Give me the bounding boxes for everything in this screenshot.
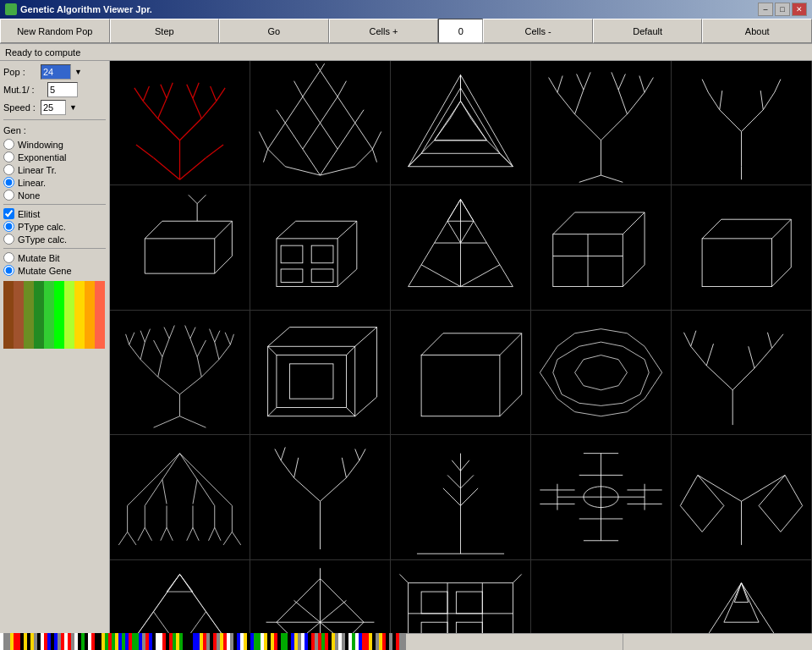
fractal-svg-5-1 [110, 560, 250, 634]
mutate-bit-radio[interactable] [3, 252, 14, 263]
titlebar-left: Genetic Algorithm Viewer Jpr. [5, 3, 152, 15]
linear-tr-radio[interactable] [3, 164, 14, 175]
grid-cell-2-4[interactable] [531, 185, 672, 309]
minimize-button[interactable]: – [758, 3, 773, 16]
window-title: Genetic Algorithm Viewer Jpr. [20, 4, 152, 14]
right-panel [623, 633, 813, 650]
grid-cell-2-3[interactable] [391, 185, 531, 309]
linear-radio[interactable] [3, 177, 14, 188]
divider-2 [3, 204, 106, 205]
mutate-bit-row: Mutate Bit [3, 252, 106, 263]
mut-label: Mut.1/ : [3, 85, 44, 95]
pop-dropdown-icon[interactable]: ▼ [74, 68, 82, 76]
svg-rect-106 [250, 186, 390, 308]
fractal-svg-1-3 [391, 61, 530, 185]
windowing-label: Windowing [18, 140, 63, 150]
grid-cell-3-4[interactable] [531, 311, 672, 434]
fractal-svg-4-4 [531, 435, 671, 559]
stats-panel: Best : 0 Avg : 0 [406, 633, 623, 650]
ptype-radio[interactable] [3, 221, 14, 232]
grid-cell-4-2[interactable] [250, 435, 391, 559]
svg-rect-317 [110, 561, 250, 634]
pop-row: Pop : ▼ [3, 64, 106, 80]
grid-cell-2-2[interactable] [250, 185, 391, 309]
ptype-label: PType calc. [18, 222, 66, 232]
svg-rect-189 [391, 311, 530, 433]
gtype-label: GType calc. [18, 234, 67, 245]
grid-row-2 [110, 185, 812, 310]
grid-cell-3-2[interactable] [250, 311, 391, 434]
grid-cell-5-3[interactable] [391, 560, 531, 634]
pop-input[interactable] [41, 64, 71, 80]
default-button[interactable]: Default [593, 19, 703, 43]
gtype-radio[interactable] [3, 234, 14, 245]
grid-cell-5-2[interactable] [250, 560, 391, 634]
grid-cell-2-5[interactable] [672, 185, 812, 309]
elitist-checkbox[interactable] [3, 208, 14, 219]
step-button[interactable]: Step [110, 19, 220, 43]
grid-cell-5-5[interactable] [672, 560, 812, 634]
svg-rect-229 [672, 311, 811, 433]
grid-cell-3-5[interactable] [672, 311, 812, 434]
grid-cell-4-1[interactable] [110, 435, 250, 559]
window-controls[interactable]: – □ ✕ [758, 3, 807, 16]
fractal-svg-2-3 [391, 185, 530, 309]
grid-cell-3-3[interactable] [391, 311, 531, 434]
fractal-svg-1-5 [672, 61, 811, 185]
none-label: None [18, 190, 40, 201]
grid-cell-1-3[interactable] [391, 61, 531, 185]
speed-dropdown-icon[interactable]: ▼ [69, 103, 77, 112]
grid-cell-3-1[interactable] [110, 311, 250, 434]
status-bar: Ready to compute [0, 44, 812, 61]
elitist-row: Elitist [3, 208, 106, 219]
grid-cell-5-4[interactable] [531, 560, 672, 634]
grid-cell-1-1[interactable] [110, 61, 250, 185]
close-button[interactable]: ✕ [792, 3, 807, 16]
pop-label: Pop : [3, 67, 37, 77]
mutate-gene-label: Mutate Gene [18, 266, 72, 276]
divider-3 [3, 248, 106, 249]
grid-cell-1-4[interactable] [531, 61, 672, 185]
mutate-gene-radio[interactable] [3, 265, 14, 276]
fractal-svg-4-1 [110, 435, 250, 559]
grid-row-5 [110, 560, 812, 634]
grid-row-4 [110, 435, 812, 559]
speed-input[interactable] [41, 100, 66, 115]
elitist-label: Elitist [18, 209, 40, 219]
mut-input[interactable] [47, 82, 78, 97]
none-radio[interactable] [3, 190, 14, 201]
exponential-radio[interactable] [3, 151, 14, 162]
maximize-button[interactable]: □ [775, 3, 790, 16]
linear-label: Linear. [18, 178, 46, 188]
color-strip-canvas [0, 633, 406, 650]
toolbar: New Random Pop Step Go Cells + 0 Cells -… [0, 19, 812, 44]
about-button[interactable]: About [702, 19, 812, 43]
fractal-svg-2-4 [531, 185, 671, 309]
svg-rect-366 [672, 561, 811, 634]
svg-rect-176 [250, 311, 390, 433]
new-random-pop-button[interactable]: New Random Pop [0, 19, 110, 43]
windowing-radio[interactable] [3, 139, 14, 150]
fractal-svg-1-2 [250, 61, 390, 185]
mut-row: Mut.1/ : [3, 82, 106, 97]
cells-minus-button[interactable]: Cells - [483, 19, 593, 43]
grid-cell-4-3[interactable] [391, 435, 531, 559]
grid-cell-5-1[interactable] [110, 560, 250, 634]
cells-plus-button[interactable]: Cells + [329, 19, 439, 43]
go-button[interactable]: Go [219, 19, 329, 43]
fractal-svg-4-5 [672, 435, 811, 559]
sidebar: Pop : ▼ Mut.1/ : Speed : ▼ Gen : [0, 61, 110, 633]
fractal-svg-5-4 [531, 560, 671, 634]
grid-cell-4-4[interactable] [531, 435, 672, 559]
app-icon [5, 3, 17, 15]
grid-cell-2-1[interactable] [110, 185, 250, 309]
fractal-svg-3-4 [531, 311, 671, 434]
fractal-svg-2-1 [110, 185, 250, 309]
grid-row-3 [110, 311, 812, 435]
fractal-svg-5-3 [391, 560, 530, 634]
grid-cell-1-5[interactable] [672, 61, 812, 185]
grid-cell-1-2[interactable] [250, 61, 391, 185]
fractal-svg-3-5 [672, 311, 811, 434]
fractal-svg-4-3 [391, 435, 530, 559]
grid-cell-4-5[interactable] [672, 435, 812, 559]
